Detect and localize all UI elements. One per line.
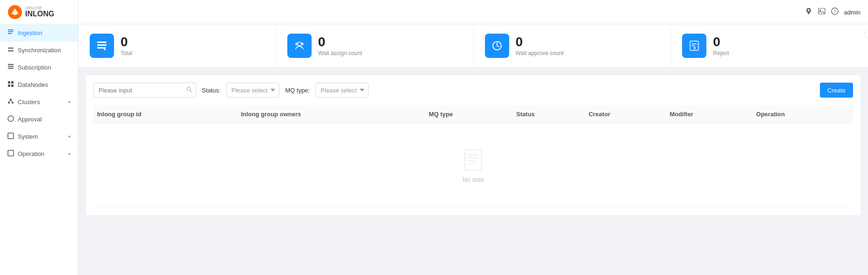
no-data-icon bbox=[461, 148, 485, 172]
total-icon bbox=[90, 34, 114, 58]
sidebar-item-operation-label: Operation bbox=[18, 150, 44, 157]
sidebar-item-datanodes[interactable]: DataNodes bbox=[0, 76, 78, 93]
sidebar-item-system[interactable]: System ▾ bbox=[0, 128, 78, 145]
svg-point-24 bbox=[298, 42, 301, 46]
sidebar-item-subscription[interactable]: Subscription bbox=[0, 59, 78, 76]
header-bar bbox=[78, 0, 868, 24]
datanodes-icon bbox=[7, 81, 14, 89]
logo: Apache INLONG bbox=[0, 0, 78, 24]
stat-card-wait-assign: 0 Wait assign count bbox=[276, 24, 474, 67]
search-wrap bbox=[93, 83, 196, 98]
col-modifier: Modifier bbox=[666, 105, 752, 124]
sidebar-item-system-label: System bbox=[18, 133, 38, 140]
svg-point-25 bbox=[301, 42, 304, 45]
content-card: Status: Please select MQ type: Please se… bbox=[86, 75, 861, 215]
admin-label[interactable]: admin bbox=[844, 9, 861, 16]
svg-point-10 bbox=[8, 102, 10, 104]
wait-approve-count: 0 bbox=[516, 35, 564, 49]
svg-rect-2 bbox=[8, 64, 14, 65]
svg-point-26 bbox=[295, 42, 298, 45]
wait-assign-label: Wait assign count bbox=[318, 50, 362, 56]
content-area: Status: Please select MQ type: Please se… bbox=[78, 68, 868, 275]
table-body: No data bbox=[93, 124, 853, 208]
svg-point-18 bbox=[819, 10, 821, 11]
col-group-id: Inlong group id bbox=[93, 105, 237, 124]
sidebar-item-ingestion-label: Ingestion bbox=[18, 29, 43, 36]
logo-icon bbox=[7, 5, 22, 20]
search-icon[interactable] bbox=[186, 86, 192, 94]
col-group-owners: Inlong group owners bbox=[237, 105, 425, 124]
clusters-chevron-icon: ▾ bbox=[68, 99, 71, 105]
svg-rect-34 bbox=[468, 155, 479, 155]
image-icon[interactable] bbox=[818, 7, 825, 17]
wait-approve-label: Wait approve count bbox=[516, 50, 564, 56]
logo-inlong-label: INLONG bbox=[25, 10, 54, 18]
table-header-row: Inlong group id Inlong group owners MQ t… bbox=[93, 105, 853, 124]
stat-card-reject: 0 Reject bbox=[671, 24, 868, 67]
status-select[interactable]: Please select bbox=[226, 83, 279, 98]
reject-icon bbox=[682, 34, 706, 58]
no-data-area: No data bbox=[97, 129, 849, 202]
svg-line-12 bbox=[9, 100, 11, 102]
sidebar-item-operation[interactable]: Operation ▾ bbox=[0, 145, 78, 162]
sidebar-item-clusters-label: Clusters bbox=[18, 99, 40, 106]
sidebar-item-datanodes-label: DataNodes bbox=[18, 81, 48, 88]
sidebar-item-clusters[interactable]: Clusters ▾ bbox=[0, 93, 78, 111]
col-operation: Operation bbox=[753, 105, 853, 124]
reject-label: Reject bbox=[713, 50, 729, 56]
location-icon[interactable] bbox=[805, 7, 812, 17]
svg-line-32 bbox=[190, 91, 192, 92]
stat-card-total: 0 Total bbox=[78, 24, 276, 67]
svg-rect-23 bbox=[97, 47, 104, 49]
svg-rect-35 bbox=[468, 157, 479, 158]
table-wrap: Inlong group id Inlong group owners MQ t… bbox=[93, 105, 853, 208]
sidebar-item-synchronization[interactable]: Synchronization bbox=[0, 42, 78, 59]
col-creator: Creator bbox=[585, 105, 666, 124]
sidebar-item-ingestion[interactable]: Ingestion bbox=[0, 24, 78, 42]
filter-bar: Status: Please select MQ type: Please se… bbox=[93, 83, 853, 98]
svg-rect-36 bbox=[468, 160, 475, 161]
help-icon[interactable]: ? bbox=[831, 7, 839, 17]
system-chevron-icon: ▾ bbox=[68, 134, 71, 139]
operation-chevron-icon: ▾ bbox=[68, 151, 71, 156]
stat-card-wait-approve: 0 Wait approve count bbox=[474, 24, 671, 67]
wait-assign-count: 0 bbox=[318, 35, 362, 49]
ingestion-icon bbox=[7, 29, 14, 37]
svg-rect-8 bbox=[11, 85, 14, 87]
svg-point-11 bbox=[12, 102, 14, 104]
col-mq-type: MQ type bbox=[425, 105, 512, 124]
synchronization-icon bbox=[7, 46, 14, 54]
svg-rect-15 bbox=[8, 133, 14, 139]
mq-type-select[interactable]: Please select bbox=[315, 83, 369, 98]
operation-icon bbox=[7, 150, 14, 158]
svg-rect-6 bbox=[11, 81, 14, 84]
search-input[interactable] bbox=[93, 83, 196, 98]
sidebar-item-approval[interactable]: Approval bbox=[0, 111, 78, 128]
svg-rect-4 bbox=[8, 68, 14, 69]
stats-row: 0 Total 0 Wait assign count bbox=[78, 24, 868, 68]
col-status: Status bbox=[512, 105, 585, 124]
sidebar-item-synchronization-label: Synchronization bbox=[18, 47, 61, 54]
total-count: 0 bbox=[121, 35, 132, 49]
total-label: Total bbox=[121, 50, 132, 56]
topbar: ? admin bbox=[797, 0, 868, 24]
main-content: ? admin 0 Total bbox=[78, 0, 868, 275]
sidebar: Apache INLONG Ingestion Synchronization … bbox=[0, 0, 78, 275]
data-table: Inlong group id Inlong group owners MQ t… bbox=[93, 105, 853, 208]
svg-rect-5 bbox=[8, 81, 10, 84]
clusters-icon bbox=[7, 98, 14, 106]
svg-rect-3 bbox=[8, 66, 14, 67]
status-label: Status: bbox=[202, 87, 221, 94]
svg-line-13 bbox=[11, 100, 13, 102]
mq-type-label: MQ type: bbox=[285, 87, 310, 94]
no-data-label: No data bbox=[462, 176, 484, 183]
svg-rect-22 bbox=[97, 44, 107, 46]
create-button[interactable]: Create bbox=[820, 83, 853, 98]
subscription-icon bbox=[7, 63, 14, 71]
svg-point-1 bbox=[13, 11, 17, 15]
reject-count: 0 bbox=[713, 35, 729, 49]
svg-rect-7 bbox=[8, 85, 10, 87]
svg-rect-16 bbox=[8, 150, 14, 156]
sidebar-item-subscription-label: Subscription bbox=[18, 64, 51, 71]
svg-text:?: ? bbox=[833, 9, 836, 14]
